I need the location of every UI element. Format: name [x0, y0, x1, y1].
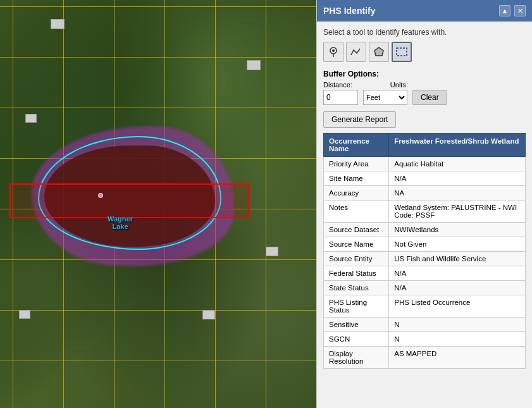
table-cell-field: Priority Area [324, 157, 389, 171]
units-select[interactable]: Feet Meters Miles Kilometers [363, 90, 407, 105]
table-cell-value: NA [389, 186, 526, 201]
distance-label: Distance: [323, 81, 352, 89]
buffer-title: Buffer Options: [323, 70, 526, 78]
table-row: State Status N/A [324, 281, 526, 295]
table-row: Federal Status N/A [324, 266, 526, 281]
table-cell-field: State Status [324, 281, 389, 295]
panel-title: PHS Identify [323, 6, 375, 16]
table-cell-field: SGCN [324, 332, 389, 347]
tool-row [323, 42, 526, 62]
table-cell-field: Notes [324, 201, 389, 223]
selection-rectangle [9, 183, 250, 218]
table-cell-value: US Fish and Wildlife Service [389, 252, 526, 266]
table-cell-value: N [389, 318, 526, 332]
buffer-options: Buffer Options: Distance: Units: Feet Me… [323, 70, 526, 105]
map-structure [266, 247, 278, 256]
table-row: Site Name N/A [324, 171, 526, 186]
table-row: Source Entity US Fish and Wildlife Servi… [324, 252, 526, 266]
rectangle-tool-button[interactable] [392, 42, 412, 62]
table-cell-field: Source Dataset [324, 223, 389, 237]
table-col1-header: Occurrence Name [324, 133, 389, 157]
select-instruction: Select a tool to identify features with. [323, 28, 526, 37]
table-cell-value: N/A [389, 281, 526, 295]
close-button[interactable]: ✕ [514, 5, 526, 16]
table-cell-value: AS MAPPED [389, 347, 526, 369]
table-cell-field: PHS Listing Status [324, 295, 389, 318]
units-label: Units: [390, 81, 408, 89]
table-row: Source Dataset NWIWetlands [324, 223, 526, 237]
results-table: Occurrence Name Freshwater Forested/Shru… [323, 133, 526, 369]
map-structure [202, 310, 215, 319]
table-row: Sensitive N [324, 318, 526, 332]
table-cell-value: NWIWetlands [389, 223, 526, 237]
table-cell-field: Site Name [324, 171, 389, 186]
location-dot [98, 193, 103, 198]
table-cell-value: Wetland System: PALUSTRINE - NWI Code: P… [389, 201, 526, 223]
table-row: Source Name Not Given [324, 237, 526, 252]
map-structure [51, 19, 65, 29]
table-row: Accuracy NA [324, 186, 526, 201]
panel-controls: ▲ ✕ [499, 5, 526, 16]
svg-rect-4 [397, 48, 407, 56]
line-icon [350, 47, 362, 56]
buffer-labels: Distance: Units: [323, 81, 526, 89]
table-col2-header: Freshwater Forested/Shrub Wetland [389, 133, 526, 157]
clear-button[interactable]: Clear [412, 90, 447, 105]
table-cell-field: Sensitive [324, 318, 389, 332]
point-tool-button[interactable] [323, 42, 343, 62]
collapse-button[interactable]: ▲ [499, 5, 510, 16]
table-cell-field: Accuracy [324, 186, 389, 201]
table-row: Display Resolution AS MAPPED [324, 347, 526, 369]
table-cell-value: Aquatic Habitat [389, 157, 526, 171]
map-structure [25, 114, 37, 123]
identify-panel: PHS Identify ▲ ✕ Select a tool to identi… [316, 0, 532, 408]
table-cell-value: N [389, 332, 526, 347]
rectangle-icon [396, 47, 407, 56]
table-cell-value: Not Given [389, 237, 526, 252]
svg-point-2 [332, 49, 335, 52]
map-structure [247, 60, 261, 70]
point-icon [329, 46, 338, 58]
table-cell-field: Federal Status [324, 266, 389, 281]
map-area[interactable]: Wagner Lake [0, 0, 316, 408]
buffer-inputs: Feet Meters Miles Kilometers Clear [323, 90, 526, 105]
map-structure [19, 310, 30, 319]
table-cell-value: N/A [389, 171, 526, 186]
distance-input[interactable] [323, 90, 358, 105]
table-row: Notes Wetland System: PALUSTRINE - NWI C… [324, 201, 526, 223]
table-cell-field: Display Resolution [324, 347, 389, 369]
polygon-icon [374, 47, 384, 57]
table-cell-value: N/A [389, 266, 526, 281]
panel-content: Select a tool to identify features with. [317, 22, 532, 375]
panel-header: PHS Identify ▲ ✕ [317, 0, 532, 22]
table-cell-value: PHS Listed Occurrence [389, 295, 526, 318]
table-cell-field: Source Name [324, 237, 389, 252]
svg-marker-3 [374, 47, 383, 56]
polygon-tool-button[interactable] [369, 42, 389, 62]
table-row: Priority Area Aquatic Habitat [324, 157, 526, 171]
generate-report-button[interactable]: Generate Report [323, 111, 396, 128]
table-row: SGCN N [324, 332, 526, 347]
line-tool-button[interactable] [346, 42, 366, 62]
table-row: PHS Listing Status PHS Listed Occurrence [324, 295, 526, 318]
table-cell-field: Source Entity [324, 252, 389, 266]
